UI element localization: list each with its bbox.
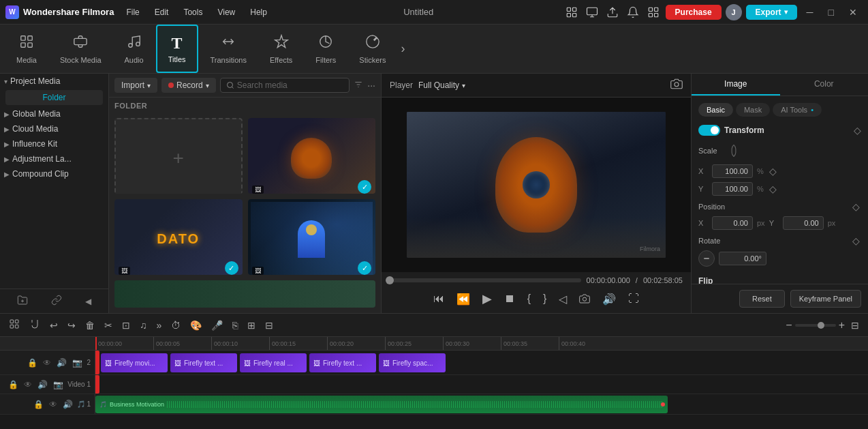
progress-bar[interactable] <box>390 278 581 282</box>
menu-edit[interactable]: Edit <box>148 6 176 18</box>
audio-mute-icon[interactable]: 🔊 <box>61 398 74 411</box>
purchase-button[interactable]: Purchase <box>666 5 722 20</box>
snapshot-button[interactable] <box>575 291 594 307</box>
tl-redo-button[interactable]: ↪ <box>64 318 79 333</box>
skip-start-button[interactable]: ⏮ <box>429 290 448 308</box>
link-icon[interactable] <box>48 292 65 310</box>
sidebar-item-adjustment[interactable]: ▶ Adjustment La... <box>0 151 108 166</box>
prev-frame-button[interactable]: ◁ <box>555 290 571 308</box>
fullscreen-button[interactable]: ⛶ <box>624 290 643 308</box>
monitor-icon[interactable] <box>584 4 600 20</box>
stop-button[interactable]: ⏹ <box>500 290 519 308</box>
more-options-icon[interactable]: ··· <box>367 80 375 91</box>
zoom-bar[interactable] <box>795 324 836 327</box>
menu-tools[interactable]: Tools <box>176 6 209 18</box>
track-1-hide-icon[interactable]: 👁 <box>22 379 33 391</box>
tool-filters[interactable]: Filters <box>305 25 347 73</box>
sidebar-item-influence-kit[interactable]: ▶ Influence Kit <box>0 136 108 151</box>
tl-pip-button[interactable]: ⊟ <box>262 318 277 333</box>
tl-speed-button[interactable]: ⏱ <box>168 318 184 333</box>
tl-color-button[interactable]: 🎨 <box>187 318 205 333</box>
rotate-reset-icon[interactable]: ◇ <box>851 234 861 248</box>
tl-voice-button[interactable]: 🎤 <box>208 318 226 333</box>
search-box[interactable] <box>220 78 350 93</box>
clip-firefly-text-2[interactable]: 🖼 Firefly text ... <box>309 353 376 372</box>
tool-stickers[interactable]: Stickers <box>348 25 397 73</box>
media-item-firefly-logo[interactable]: 🖼 ✓ Firefly moving logo in... <box>248 118 376 194</box>
sidebar-item-global-media[interactable]: ▶ Global Media <box>0 106 108 121</box>
track-camera-icon[interactable]: 📷 <box>71 357 84 369</box>
keyframe-panel-button[interactable]: Keyframe Panel <box>790 290 861 308</box>
menu-help[interactable]: Help <box>243 6 274 18</box>
sidebar-item-project-media[interactable]: ▾ Project Media <box>0 74 108 89</box>
tl-undo-button[interactable]: ↩ <box>46 318 61 333</box>
toolbar-expand-button[interactable]: › <box>398 25 407 73</box>
tl-cut-button[interactable]: ✂ <box>101 318 116 333</box>
tl-layout-button[interactable]: ⊟ <box>848 318 863 333</box>
sidebar-item-compound-clip[interactable]: ▶ Compound Clip <box>0 166 108 181</box>
close-button[interactable]: ✕ <box>843 5 863 19</box>
search-input[interactable] <box>237 80 344 90</box>
scale-x-input[interactable] <box>712 164 753 178</box>
audio-clip-business[interactable]: 🎵 Business Motivation <box>95 396 668 413</box>
sub-tab-ai-tools[interactable]: AI Tools <box>773 103 822 117</box>
tool-media[interactable]: Media <box>5 25 48 73</box>
zoom-in-button[interactable]: + <box>839 319 845 331</box>
tl-more-button[interactable]: » <box>153 318 166 333</box>
position-reset-icon[interactable]: ◇ <box>851 200 861 213</box>
mark-in-button[interactable]: { <box>523 290 535 308</box>
tool-audio[interactable]: Audio <box>114 25 155 73</box>
sub-tab-mask[interactable]: Mask <box>736 103 770 117</box>
quality-select[interactable]: Full Quality ▾ <box>418 80 465 90</box>
clip-firefly-text-1[interactable]: 🖼 Firefly text ... <box>170 353 237 372</box>
reset-button[interactable]: Reset <box>739 290 785 308</box>
tl-delete-button[interactable]: 🗑 <box>82 318 98 333</box>
mark-out-button[interactable]: } <box>539 290 551 308</box>
zoom-out-button[interactable]: − <box>786 319 792 331</box>
scale-y-reset-icon[interactable]: ◇ <box>768 182 778 196</box>
import-button[interactable]: Import ▾ <box>114 78 157 93</box>
clip-firefly-spac[interactable]: 🖼 Firefly spac... <box>379 353 446 372</box>
tl-detach-button[interactable]: ⎘ <box>229 318 241 333</box>
clip-firefly-real[interactable]: 🖼 Firefly real ... <box>240 353 307 372</box>
track-1-audio-icon[interactable]: 🔊 <box>36 379 49 391</box>
upload-icon[interactable] <box>604 4 621 20</box>
audio-hide-icon[interactable]: 👁 <box>48 398 59 411</box>
rotate-dial[interactable] <box>698 250 715 267</box>
menu-view[interactable]: View <box>211 6 242 18</box>
media-import-placeholder[interactable]: + Import Media <box>114 118 243 194</box>
tab-color[interactable]: Color <box>780 74 869 95</box>
add-folder-icon[interactable] <box>14 292 31 310</box>
grid-icon[interactable] <box>645 4 662 20</box>
scale-x-reset-icon[interactable]: ◇ <box>768 164 778 178</box>
track-audio-icon[interactable]: 🔊 <box>55 357 68 369</box>
minimize-button[interactable]: ─ <box>801 5 819 19</box>
tl-crop-button[interactable]: ⊡ <box>119 318 134 333</box>
rotate-input[interactable] <box>719 252 766 265</box>
transform-toggle[interactable] <box>698 125 720 136</box>
audio-button[interactable]: 🔊 <box>598 290 620 308</box>
clip-firefly-movi[interactable]: 🖼 Firefly movi... <box>101 353 168 372</box>
pos-y-input[interactable] <box>783 216 824 230</box>
media-item-firefly-text-anim[interactable]: DATO 🖼 ✓ Firefly text animation ... <box>114 199 243 275</box>
video-track-1-body[interactable] <box>95 375 868 394</box>
sidebar-folder-item[interactable]: Folder <box>5 90 103 105</box>
track-lock-icon[interactable]: 🔒 <box>26 357 39 369</box>
scale-y-input[interactable] <box>712 182 753 196</box>
menu-file[interactable]: File <box>119 6 146 18</box>
track-1-lock-icon[interactable]: 🔒 <box>7 379 20 391</box>
tool-titles[interactable]: T Titles <box>156 25 198 73</box>
snapshot-icon[interactable] <box>670 78 683 93</box>
record-button[interactable]: Record ▾ <box>161 78 216 93</box>
track-hide-icon[interactable]: 👁 <box>42 357 52 369</box>
tool-transitions[interactable]: Transitions <box>200 25 258 73</box>
user-avatar[interactable]: J <box>726 4 742 20</box>
audio-track-body[interactable]: 🎵 Business Motivation <box>95 394 868 414</box>
track-1-camera-icon[interactable]: 📷 <box>52 379 65 391</box>
tab-image[interactable]: Image <box>692 74 780 95</box>
bell-icon[interactable] <box>625 4 641 20</box>
zoom-thumb[interactable] <box>818 322 824 329</box>
tl-audio-adjust-button[interactable]: ♫ <box>136 318 151 333</box>
sidebar-item-cloud-media[interactable]: ▶ Cloud Media <box>0 121 108 136</box>
audio-lock-icon[interactable]: 🔒 <box>32 398 45 411</box>
